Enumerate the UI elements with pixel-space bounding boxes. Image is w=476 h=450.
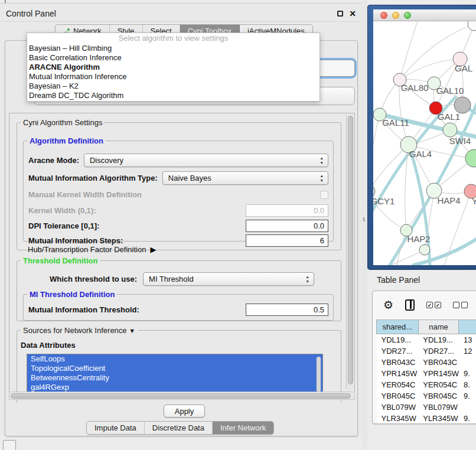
table-toolbar: ⚙ ✓✓ xyxy=(373,291,476,318)
split-columns-icon[interactable] xyxy=(405,299,415,311)
mi-steps-label: Mutual Information Steps: xyxy=(28,236,123,245)
screen: Control Panel ✕ NetworkStyleSelectCyni T… xyxy=(0,0,476,450)
algorithm-definition-group: Algorithm Definition Aracne Mode: Discov… xyxy=(23,136,334,242)
which-threshold-select[interactable]: MI Threshold ▲▼ xyxy=(143,272,314,286)
float-window-icon[interactable] xyxy=(337,11,343,17)
node-label-swi4: SWI4 xyxy=(449,136,471,146)
mi-threshold-label: Mutual Information Threshold: xyxy=(28,305,139,314)
attribute-list-item[interactable]: SelfLoops xyxy=(27,354,322,364)
table-row[interactable]: YBL079WYBL079W xyxy=(377,402,476,413)
list-scrollbar[interactable] xyxy=(316,356,321,394)
network-node-gray[interactable] xyxy=(454,97,471,113)
algorithm-definition-title: Algorithm Definition xyxy=(27,136,106,145)
network-view-window: GALGAL80GAL10GAL1GAL11GAL4SWI4GCY1HAP4YH… xyxy=(373,9,476,265)
minimize-light-icon[interactable] xyxy=(392,12,399,19)
threshold-definition-title: Threshold Definition xyxy=(21,256,100,265)
table-row[interactable]: YDL19...YDL19...13 xyxy=(377,334,476,345)
mi-threshold-input[interactable] xyxy=(246,304,328,316)
settings-horizontal-scrollbar[interactable] xyxy=(9,392,355,400)
cyni-algorithm-settings-title: Cyni Algorithm Settings xyxy=(21,118,105,127)
dpi-tolerance-input[interactable] xyxy=(246,220,328,232)
gear-icon[interactable]: ⚙ xyxy=(383,299,393,311)
table-row[interactable]: YER054CYER054C8. xyxy=(377,379,476,390)
settings-vertical-scrollbar[interactable] xyxy=(346,114,354,389)
data-attributes-label: Data Attributes xyxy=(21,341,76,350)
dock-mini-button[interactable] xyxy=(3,440,16,450)
mi-algorithm-type-label: Mutual Information Algorithm Type: xyxy=(28,174,158,182)
threshold-definition-group: Threshold Definition Which threshold to … xyxy=(17,256,341,321)
close-icon[interactable]: ✕ xyxy=(349,10,356,17)
expand-arrow-icon[interactable]: ▶ xyxy=(150,245,156,254)
algorithm-option[interactable]: Bayesian – K2 xyxy=(27,81,319,91)
combo-spinner-icon: ▲▼ xyxy=(306,275,309,284)
network-node-swi4[interactable] xyxy=(465,149,476,167)
collapse-arrow-icon[interactable]: ▼ xyxy=(129,327,135,334)
node-label-gal80: GAL80 xyxy=(401,83,429,93)
table-row[interactable]: YBR045CYBR045C9. xyxy=(377,390,476,402)
mi-threshold-definition-title: MI Threshold Definition xyxy=(27,290,117,299)
table-row[interactable]: YIL052CYIL052C9. xyxy=(377,424,476,425)
control-panel-titlebar: Control Panel ✕ xyxy=(0,5,362,22)
network-canvas[interactable]: GALGAL80GAL10GAL1GAL11GAL4SWI4GCY1HAP4YH… xyxy=(373,21,476,265)
splitter-grip-icon[interactable] xyxy=(363,217,366,221)
aracne-mode-select[interactable]: Discovery ▲▼ xyxy=(84,154,328,167)
kernel-width-label: Kernel Width (0,1): xyxy=(28,206,96,215)
mi-steps-input[interactable] xyxy=(246,234,328,247)
attribute-list-item[interactable]: TopologicalCoefficient xyxy=(27,364,322,373)
table-row[interactable]: YDR27...YDR27...12 xyxy=(377,345,476,357)
network-node-gal1[interactable] xyxy=(443,123,457,137)
select-checkboxes-icon[interactable]: ✓✓ xyxy=(426,302,441,308)
bottom-tab-impute-data[interactable]: Impute Data xyxy=(87,422,145,434)
which-threshold-label: Which threshold to use: xyxy=(50,275,137,283)
table-row[interactable]: YPR145WYPR145W9. xyxy=(377,368,476,379)
cyni-algorithm-settings-group: Cyni Algorithm Settings Algorithm Defini… xyxy=(17,118,341,250)
column-header[interactable] xyxy=(459,320,476,334)
node-label-ypink: Y xyxy=(472,196,476,206)
algorithm-option[interactable]: Basic Correlation Inference xyxy=(27,53,319,63)
hub-definition-label[interactable]: Hub/Transcription Factor Definition xyxy=(28,245,146,254)
aracne-mode-label: Aracne Mode: xyxy=(28,156,79,165)
network-edge[interactable] xyxy=(373,145,409,191)
mi-threshold-definition-group: MI Threshold Definition Mutual Informati… xyxy=(23,290,334,321)
table-row[interactable]: YLR345WYLR345W9. xyxy=(377,413,476,424)
network-titlebar xyxy=(373,9,476,21)
node-label-hap4: HAP4 xyxy=(437,195,460,206)
attribute-list-item[interactable]: gal4RGexp xyxy=(27,383,322,392)
algorithm-option[interactable]: ARACNE Algorithm xyxy=(27,63,319,72)
manual-kernel-width-checkbox[interactable] xyxy=(320,191,328,199)
network-node-top[interactable] xyxy=(468,21,476,31)
attribute-list-item[interactable]: BetweennessCentrality xyxy=(27,373,322,383)
table-panel-titlebar: Table Panel xyxy=(367,272,476,288)
panel-splitter[interactable] xyxy=(362,0,367,450)
bottom-tab-discretize-data[interactable]: Discretize Data xyxy=(145,422,213,434)
zoom-light-icon[interactable] xyxy=(404,12,411,19)
table-header-row: shared...name xyxy=(377,320,476,334)
kernel-width-input[interactable] xyxy=(246,204,328,217)
algorithm-option[interactable]: Bayesian – Hill Climbing xyxy=(27,44,319,53)
bottom-tab-infer-network[interactable]: Infer Network xyxy=(213,422,273,434)
algorithm-dropdown-popup: Select algorithm to view settings Bayesi… xyxy=(27,32,320,102)
node-label-galx: GAL xyxy=(455,63,472,73)
column-header[interactable]: shared... xyxy=(377,320,419,334)
table-panel: ⚙ ✓✓ shared...nameYDL19...YDL19...13YDR2… xyxy=(372,291,476,424)
table-row[interactable]: YBR043CYBR043C xyxy=(377,357,476,368)
control-panel-title: Control Panel xyxy=(6,9,56,18)
algorithm-option[interactable]: Mutual Information Inference xyxy=(27,72,319,81)
deselect-checkboxes-icon[interactable] xyxy=(453,302,468,308)
column-header[interactable]: name xyxy=(418,320,459,334)
sources-title: Sources for Network Inference ▼ xyxy=(21,326,138,335)
dpi-tolerance-label: DPI Tolerance [0,1]: xyxy=(28,221,99,230)
mi-algorithm-type-select[interactable]: Naive Bayes ▲▼ xyxy=(162,171,328,185)
node-label-gal11: GAL11 xyxy=(382,118,409,128)
table-panel-title: Table Panel xyxy=(377,275,420,285)
network-node-bot[interactable] xyxy=(419,244,430,255)
node-table[interactable]: shared...nameYDL19...YDL19...13YDR27...Y… xyxy=(376,319,476,424)
manual-kernel-width-label: Manual Kernel Width Definition xyxy=(28,190,142,199)
algorithm-option[interactable]: Dream8 DC_TDC Algorithm xyxy=(27,91,319,100)
combo-spinner-icon: ▲▼ xyxy=(320,174,324,183)
network-view-frame: GALGAL80GAL10GAL1GAL11GAL4SWI4GCY1HAP4YH… xyxy=(367,5,476,270)
close-light-icon[interactable] xyxy=(380,12,387,19)
apply-button[interactable]: Apply xyxy=(164,405,205,418)
settings-scroll-area: Cyni Algorithm Settings Algorithm Defini… xyxy=(9,113,355,396)
node-label-gal10: GAL10 xyxy=(436,86,464,96)
